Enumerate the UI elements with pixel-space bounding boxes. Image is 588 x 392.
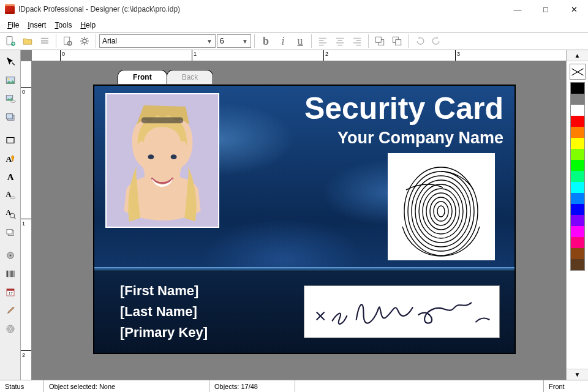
palette-scroll-down[interactable]: ▼ (567, 369, 588, 380)
svg-rect-50 (306, 286, 498, 337)
card-fields: [First Name] [Last Name] [Primary Key] (120, 281, 208, 343)
tab-front[interactable]: Front (118, 70, 167, 84)
card-fingerprint[interactable] (388, 153, 495, 260)
status-label: Status (0, 380, 44, 392)
tool-layers[interactable] (2, 224, 18, 240)
color-swatch[interactable] (571, 204, 584, 215)
status-bar: Status Object selected: None Objects: 17… (0, 380, 588, 392)
color-swatch[interactable] (571, 83, 584, 94)
color-swatch[interactable] (571, 226, 584, 237)
svg-point-34 (9, 328, 12, 331)
id-card[interactable]: Security Card Your Company Name (93, 85, 516, 354)
tool-text[interactable]: A (2, 151, 18, 167)
color-swatch[interactable] (571, 215, 584, 226)
svg-rect-2 (41, 38, 48, 39)
toolbar-open-button[interactable] (20, 34, 36, 48)
menu-insert[interactable]: Insert (24, 20, 50, 31)
tool-select[interactable] (2, 54, 18, 70)
menu-file[interactable]: File (4, 20, 23, 31)
svg-point-7 (83, 39, 86, 43)
tool-rect[interactable] (2, 132, 18, 148)
color-swatch[interactable] (571, 259, 584, 270)
card-title[interactable]: Security Card (235, 91, 503, 126)
toolbar-settings-button[interactable] (77, 34, 92, 48)
font-family-combo[interactable]: Arial ▼ (99, 34, 216, 48)
font-size-value: 6 (220, 37, 224, 45)
ruler-horizontal: 0 1 2 3 (32, 50, 566, 61)
color-swatch[interactable] (571, 237, 584, 248)
color-swatch[interactable] (571, 105, 584, 116)
svg-text:17: 17 (9, 292, 13, 295)
color-swatch[interactable] (571, 116, 584, 127)
design-canvas[interactable]: Front Back (32, 61, 566, 380)
ruler-vertical: 0 1 2 (21, 61, 32, 380)
chevron-down-icon: ▼ (206, 38, 213, 45)
tool-fingerprint[interactable] (2, 321, 18, 337)
tool-text-db[interactable]: A (2, 187, 18, 203)
color-swatch[interactable] (571, 127, 584, 138)
send-back-button[interactable] (389, 34, 405, 48)
svg-rect-38 (141, 118, 183, 124)
svg-point-33 (7, 326, 12, 331)
tool-barcode[interactable] (2, 266, 18, 282)
font-size-combo[interactable]: 6 ▼ (217, 34, 251, 48)
font-family-value: Arial (102, 37, 117, 45)
bring-front-button[interactable] (372, 34, 388, 48)
titlebar: IDpack Professional - Designer (c:\idpac… (0, 0, 588, 18)
tool-record[interactable] (2, 247, 18, 263)
window-minimize-button[interactable]: — (503, 0, 532, 18)
window-maximize-button[interactable]: □ (532, 0, 560, 18)
toolbar-page-setup-button[interactable] (59, 34, 75, 48)
tool-image-db[interactable] (2, 91, 18, 107)
svg-point-22 (10, 197, 15, 199)
toolbar: Arial ▼ 6 ▼ b i u (0, 32, 588, 50)
card-company[interactable]: Your Company Name (235, 129, 503, 148)
underline-button[interactable]: u (292, 34, 308, 48)
rotate-right-button[interactable] (429, 34, 445, 48)
tool-zoom-text[interactable]: A (2, 206, 18, 222)
tool-paintbrush[interactable] (2, 303, 18, 318)
tool-calendar[interactable]: 17 (2, 284, 18, 300)
color-swatch[interactable] (571, 193, 584, 204)
no-color-swatch[interactable] (570, 64, 586, 80)
color-swatch[interactable] (571, 94, 584, 105)
svg-rect-5 (64, 37, 70, 44)
tool-image-layered[interactable] (2, 109, 18, 125)
card-photo[interactable] (105, 93, 219, 228)
tool-text-plain[interactable]: A (2, 169, 18, 185)
card-signature[interactable] (304, 285, 500, 338)
svg-rect-18 (7, 138, 14, 143)
tool-image[interactable] (2, 72, 18, 88)
palette-scroll-up[interactable]: ▲ (567, 50, 588, 61)
toolbar-new-button[interactable] (2, 34, 18, 48)
app-icon (5, 4, 15, 14)
align-right-button[interactable] (349, 34, 365, 48)
tab-back[interactable]: Back (167, 70, 214, 84)
svg-rect-3 (41, 40, 48, 42)
rotate-left-button[interactable] (412, 34, 428, 48)
svg-rect-30 (7, 289, 14, 291)
svg-rect-17 (6, 114, 13, 119)
align-left-button[interactable] (315, 34, 331, 48)
card-field-last-name[interactable]: [Last Name] (120, 301, 208, 322)
color-swatch[interactable] (571, 138, 584, 149)
menu-help[interactable]: Help (77, 20, 99, 31)
card-field-primary-key[interactable]: [Primary Key] (120, 322, 208, 343)
card-field-first-name[interactable]: [First Name] (120, 281, 208, 301)
align-center-button[interactable] (332, 34, 348, 48)
color-palette-panel: ▲ ▼ (566, 50, 588, 380)
color-swatch[interactable] (571, 171, 584, 182)
bold-button[interactable]: b (258, 34, 274, 48)
color-swatch[interactable] (571, 248, 584, 259)
menu-tools[interactable]: Tools (51, 20, 75, 31)
status-side: Front (544, 380, 588, 392)
color-swatch[interactable] (571, 149, 584, 160)
window-close-button[interactable]: ✕ (560, 0, 588, 18)
svg-point-13 (7, 78, 9, 80)
italic-button[interactable]: i (275, 34, 291, 48)
color-swatch[interactable] (571, 182, 584, 193)
color-swatch[interactable] (571, 160, 584, 171)
svg-text:A: A (6, 208, 11, 217)
toolbar-props-button[interactable] (37, 34, 53, 48)
svg-rect-26 (7, 230, 12, 235)
